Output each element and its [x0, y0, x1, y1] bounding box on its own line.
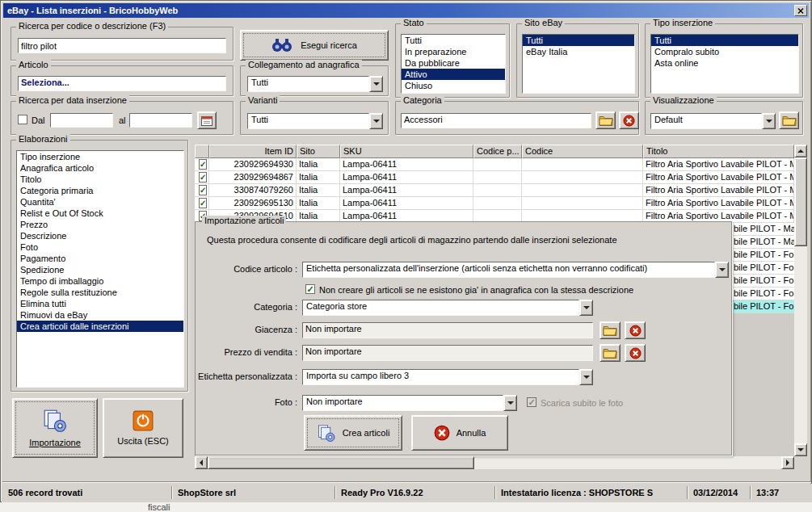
scroll-up-button[interactable]: [794, 145, 807, 157]
collegamento-select[interactable]: Tutti: [247, 76, 383, 92]
visualizzazione-select[interactable]: Default: [650, 113, 776, 129]
elaborazioni-item[interactable]: Rimuovi da eBay: [17, 309, 183, 321]
dialog-categoria-select[interactable]: Categoria store: [302, 300, 593, 316]
tipo-listbox[interactable]: Tutti Compralo subito Asta online: [650, 34, 799, 94]
scroll-down-button[interactable]: [794, 443, 807, 456]
row-checkbox[interactable]: ✓: [199, 159, 207, 170]
categoria-field[interactable]: Accessori: [401, 113, 591, 128]
crea-articoli-button[interactable]: Crea articoli: [304, 415, 402, 451]
uscita-button[interactable]: Uscita (ESC): [103, 398, 183, 458]
sito-item[interactable]: eBay Italia: [523, 46, 634, 57]
red-x-icon: [629, 325, 642, 337]
prezzo-clear-button[interactable]: [625, 344, 646, 362]
column-header-codice[interactable]: Codice: [522, 145, 643, 158]
elaborazioni-item[interactable]: Foto: [17, 241, 183, 253]
stato-item[interactable]: In preparazione: [402, 46, 505, 57]
elaborazioni-item[interactable]: Descrizione: [17, 230, 183, 241]
calendar-button[interactable]: [197, 111, 217, 129]
giacenza-clear-button[interactable]: [625, 321, 646, 339]
table-row[interactable]: ✓ 330874079260 Italia Lampa-06411 Filtro…: [195, 184, 794, 197]
stato-item[interactable]: Chiuso: [402, 80, 505, 91]
tipo-item[interactable]: Asta online: [651, 57, 798, 69]
stato-listbox[interactable]: Tutti In preparazione Da pubblicare Atti…: [401, 34, 506, 94]
etichetta-select[interactable]: Importa su campo libero 3: [302, 369, 593, 385]
table-row-partial[interactable]: bile PILOT - Maz: [732, 236, 794, 249]
table-row-partial[interactable]: bile PILOT - Forc: [732, 287, 794, 300]
table-row[interactable]: ✓ 230929694930 Italia Lampa-06411 Filtro…: [195, 158, 794, 171]
elaborazioni-item[interactable]: Relist e Out Of Stock: [17, 208, 183, 219]
articolo-select-field[interactable]: Seleziona...: [18, 76, 226, 91]
varianti-dropdown-button[interactable]: [369, 113, 383, 129]
varianti-select[interactable]: Tutti: [247, 113, 383, 129]
column-header-item-id[interactable]: Item ID: [209, 145, 297, 158]
column-header-sito[interactable]: Sito: [297, 145, 340, 158]
title-bar[interactable]: eBay - Lista inserzioni - BricoHobbyWeb: [3, 3, 809, 18]
elaborazioni-item[interactable]: Spedizione: [17, 264, 183, 275]
giacenza-field[interactable]: Non importare: [302, 322, 593, 338]
horizontal-scrollbar[interactable]: [195, 456, 794, 469]
tipo-item-selected[interactable]: Tutti: [651, 35, 798, 46]
table-row[interactable]: ✓ 230929695130 Italia Lampa-06411 Filtro…: [195, 197, 794, 210]
row-checkbox[interactable]: ✓: [199, 185, 207, 195]
stato-item-selected[interactable]: Attivo: [402, 69, 505, 80]
column-header-codice-p[interactable]: Codice p...: [473, 145, 522, 158]
elaborazioni-item[interactable]: Regole sulla restituzione: [17, 287, 183, 298]
stato-item[interactable]: Tutti: [402, 35, 505, 46]
visualizzazione-dropdown-button[interactable]: [762, 113, 776, 129]
visualizzazione-folder-button[interactable]: [779, 111, 799, 129]
table-row-partial-selected[interactable]: bile PILOT - Forc: [732, 300, 794, 313]
table-row-partial[interactable]: bile PILOT - Forc: [732, 262, 794, 275]
categoria-clear-button[interactable]: [619, 111, 639, 129]
scroll-left-button[interactable]: [195, 456, 208, 469]
elaborazioni-item[interactable]: Tipo inserzione: [17, 151, 183, 162]
data-dal-input[interactable]: [50, 113, 113, 128]
elaborazioni-item[interactable]: Tempo di imballaggio: [17, 275, 183, 287]
elaborazioni-item[interactable]: Categoria primaria: [17, 185, 183, 196]
column-header-checkbox[interactable]: [195, 145, 209, 158]
cell-titolo: Filtro Aria Sportivo Lavabile PILOT - Mi…: [643, 171, 794, 184]
table-row-partial[interactable]: bile PILOT - Forc: [732, 249, 794, 262]
elaborazioni-item[interactable]: Titolo: [17, 174, 183, 185]
stato-item[interactable]: Da pubblicare: [402, 57, 505, 69]
dialog-categoria-dropdown-button[interactable]: [579, 300, 593, 316]
foto-dropdown-button[interactable]: [503, 395, 517, 411]
elaborazioni-listbox[interactable]: Tipo inserzione Anagrafica articolo Tito…: [16, 150, 184, 388]
tipo-item[interactable]: Compralo subito: [651, 46, 798, 57]
row-checkbox[interactable]: ✓: [199, 172, 207, 183]
row-checkbox[interactable]: ✓: [199, 198, 207, 208]
etichetta-dropdown-button[interactable]: [579, 369, 593, 385]
giacenza-folder-button[interactable]: [600, 321, 621, 339]
no-create-checkbox[interactable]: ✓: [305, 284, 315, 294]
dal-checkbox[interactable]: [18, 115, 27, 124]
vertical-scrollbar[interactable]: [794, 145, 807, 456]
data-al-input[interactable]: [129, 113, 192, 128]
table-row-partial[interactable]: bile PILOT - Maz: [732, 223, 794, 236]
annulla-button[interactable]: Annulla: [411, 415, 508, 451]
close-button[interactable]: [794, 5, 807, 16]
prezzo-vendita-field[interactable]: Non importare: [302, 345, 593, 361]
elaborazioni-item[interactable]: Pagamento: [17, 253, 183, 264]
codice-articolo-dropdown-button[interactable]: [715, 262, 729, 278]
prezzo-folder-button[interactable]: [600, 344, 621, 362]
elaborazioni-item-selected[interactable]: Crea articoli dalle inserzioni: [17, 321, 183, 332]
elaborazioni-item[interactable]: Anagrafica articolo: [17, 162, 183, 174]
table-row-partial[interactable]: bile PILOT - Forc: [732, 275, 794, 287]
horizontal-scroll-thumb[interactable]: [208, 456, 474, 469]
vertical-scroll-thumb[interactable]: [794, 157, 807, 246]
column-header-titolo[interactable]: Titolo: [643, 145, 794, 158]
table-row[interactable]: ✓ 230929694867 Italia Lampa-06411 Filtro…: [195, 171, 794, 184]
elaborazioni-item[interactable]: Elimina tutti: [17, 298, 183, 309]
importazione-button[interactable]: Importazione: [12, 398, 98, 458]
categoria-folder-button[interactable]: [595, 111, 616, 129]
column-header-sku[interactable]: SKU: [340, 145, 473, 158]
codice-articolo-select[interactable]: Etichetta personalizzata dell'inserzione…: [302, 262, 729, 278]
esegui-ricerca-button[interactable]: Esegui ricerca: [240, 30, 389, 61]
sito-listbox[interactable]: Tutti eBay Italia: [522, 34, 635, 94]
sito-item-selected[interactable]: Tutti: [523, 35, 634, 46]
collegamento-dropdown-button[interactable]: [369, 76, 383, 92]
foto-select[interactable]: Non importare: [302, 395, 517, 411]
elaborazioni-item[interactable]: Prezzo: [17, 219, 183, 230]
scroll-right-button[interactable]: [781, 456, 794, 469]
elaborazioni-item[interactable]: Quantita': [17, 196, 183, 208]
search-input[interactable]: [18, 38, 226, 53]
